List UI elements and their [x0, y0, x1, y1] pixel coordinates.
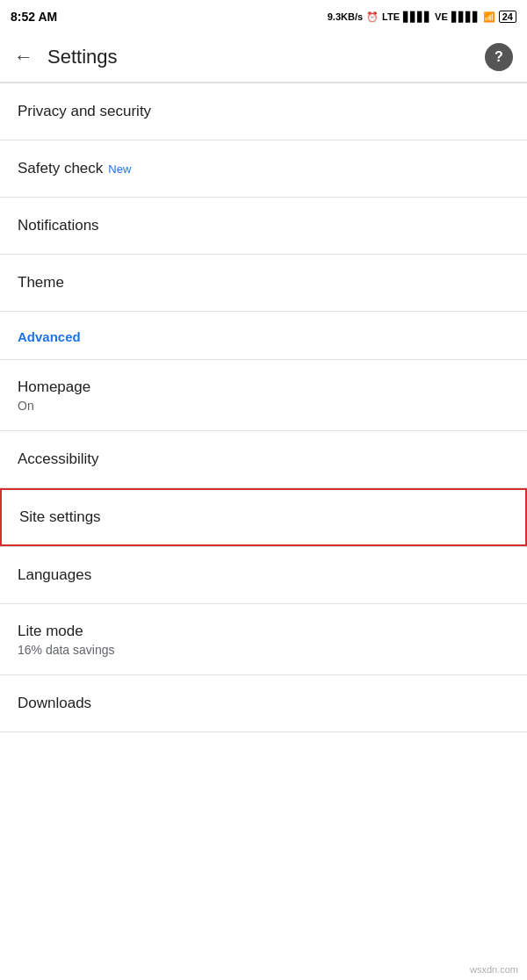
- languages-title: Languages: [18, 566, 509, 585]
- lite-mode-title: Lite mode: [18, 622, 509, 641]
- lte-icon: LTE: [382, 11, 400, 22]
- settings-item-downloads[interactable]: Downloads: [0, 675, 527, 731]
- wifi-icon: 📶: [483, 11, 495, 23]
- status-time: 8:52 AM: [11, 10, 57, 24]
- settings-item-notifications[interactable]: Notifications: [0, 198, 527, 254]
- settings-item-languages[interactable]: Languages: [0, 547, 527, 603]
- help-button[interactable]: ?: [485, 43, 513, 71]
- page-title: Settings: [47, 46, 118, 68]
- back-button[interactable]: ←: [14, 46, 33, 68]
- divider-11: [0, 731, 527, 732]
- new-badge: New: [108, 162, 131, 176]
- downloads-title: Downloads: [18, 694, 509, 713]
- status-icons: 9.3KB/s ⏰ LTE ▋▋▋▋ VE ▋▋▋▋ 📶 24: [328, 11, 516, 23]
- lite-mode-subtitle: 16% data savings: [18, 643, 509, 657]
- top-bar-left: ← Settings: [14, 46, 118, 68]
- advanced-section-header: Advanced: [0, 312, 527, 359]
- settings-item-theme[interactable]: Theme: [0, 255, 527, 311]
- accessibility-title: Accessibility: [18, 450, 509, 469]
- status-bar: 8:52 AM 9.3KB/s ⏰ LTE ▋▋▋▋ VE ▋▋▋▋ 📶 24: [0, 0, 527, 32]
- signal-bars2-icon: ▋▋▋▋: [451, 11, 480, 23]
- settings-item-safety-check[interactable]: Safety checkNew: [0, 141, 527, 197]
- signal-bars-icon: ▋▋▋▋: [403, 11, 431, 23]
- settings-item-site-settings[interactable]: Site settings: [0, 488, 527, 546]
- homepage-subtitle: On: [18, 399, 509, 413]
- privacy-security-title: Privacy and security: [18, 102, 509, 121]
- notifications-title: Notifications: [18, 216, 509, 235]
- homepage-title: Homepage: [18, 378, 509, 397]
- settings-item-lite-mode[interactable]: Lite mode 16% data savings: [0, 604, 527, 674]
- theme-title: Theme: [18, 273, 509, 292]
- settings-item-accessibility[interactable]: Accessibility: [0, 431, 527, 487]
- lte2-icon: VE: [435, 11, 448, 22]
- advanced-label: Advanced: [18, 329, 81, 344]
- network-speed: 9.3KB/s: [328, 11, 363, 22]
- settings-item-privacy-security[interactable]: Privacy and security: [0, 83, 527, 140]
- safety-check-title: Safety checkNew: [18, 159, 509, 178]
- site-settings-title: Site settings: [19, 508, 508, 527]
- top-bar: ← Settings ?: [0, 32, 527, 83]
- watermark: wsxdn.com: [470, 964, 518, 975]
- battery-icon: 24: [499, 11, 516, 23]
- clock-icon: ⏰: [366, 11, 379, 23]
- settings-item-homepage[interactable]: Homepage On: [0, 360, 527, 430]
